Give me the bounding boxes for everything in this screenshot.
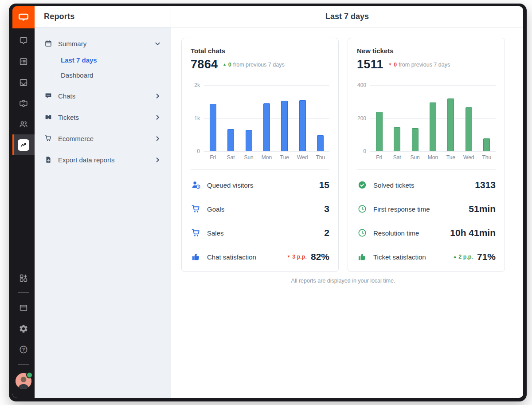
y-tick-label: 0 (363, 148, 366, 154)
ticket-icon (44, 113, 52, 121)
x-tick-label: Sat (222, 154, 239, 161)
y-axis: 2k1k0 (191, 85, 204, 151)
delta-text: from previous 7 days (233, 62, 285, 68)
y-tick-label: 400 (357, 82, 366, 88)
x-tick-label: Sat (388, 154, 406, 161)
menu-item-summary[interactable]: Summary (42, 35, 164, 51)
menu-item-chats[interactable]: Chats (42, 85, 164, 106)
bar-column (222, 85, 239, 151)
x-axis-labels: FriSatSunMonTueWedThu (370, 151, 496, 161)
delta-badge: ▲ 0 from previous 7 days (223, 62, 284, 68)
rail-divider (18, 364, 29, 365)
rail-divider (18, 292, 29, 293)
cart-icon (44, 134, 52, 142)
billing-card-icon (19, 303, 28, 313)
livechat-logo[interactable] (12, 6, 35, 28)
stat-row-resolution-time: Resolution time 10h 41min (357, 221, 496, 245)
bar-column (478, 85, 496, 151)
bar (430, 102, 436, 151)
stat-row-goals: Goals 3 (191, 197, 329, 221)
bar-column (370, 85, 388, 151)
bar (317, 135, 324, 151)
bar-column (204, 85, 222, 151)
reports-menu: Summary Last 7 days Dashboard Chats (35, 28, 171, 170)
status-dot (26, 372, 33, 378)
bar-column (460, 85, 477, 151)
rail-archives-button[interactable] (12, 72, 35, 93)
gridline (370, 151, 496, 152)
rail-chats-button[interactable] (12, 30, 35, 51)
stat-label: Solved tickets (373, 181, 415, 189)
menu-item-tickets[interactable]: Tickets (42, 106, 164, 128)
delta-text: from previous 7 days (399, 62, 450, 68)
stat-value: 71% (477, 252, 496, 262)
y-tick-label: 2k (194, 82, 200, 88)
triangle-down-icon: ▼ (388, 62, 392, 67)
stat-row-chat-satisfaction: Chat satisfaction ▼ 3 p.p. 82% (191, 245, 329, 269)
queued-visitors-icon (191, 180, 201, 190)
bar-column (406, 85, 424, 151)
stat-delta: ▼ 3 p.p. (287, 254, 307, 260)
bar-column (442, 85, 460, 151)
bar-column (240, 85, 258, 151)
bar-column (388, 85, 406, 151)
plot-area (370, 85, 496, 151)
thumb-up-icon (357, 252, 368, 262)
x-tick-label: Fri (204, 154, 222, 161)
bar-column (312, 85, 329, 151)
bar (394, 127, 400, 151)
stat-label: First response time (373, 205, 430, 213)
stat-value: 10h 41min (450, 228, 496, 238)
rail-billing-button[interactable] (12, 297, 35, 318)
menu-item-label: Summary (58, 40, 86, 47)
clock-icon (357, 204, 368, 214)
rail-team-button[interactable] (12, 114, 35, 134)
rail-engage-button[interactable] (12, 51, 35, 72)
bar (210, 104, 216, 151)
chevron-right-icon (154, 135, 161, 142)
engage-list-icon (19, 57, 28, 67)
reports-panel: Reports Summary Last 7 days Dashboard (35, 6, 171, 398)
chevron-down-icon (154, 40, 161, 47)
menu-item-export-data-reports[interactable]: Export data reports (42, 149, 164, 170)
bar (227, 129, 234, 151)
summary-submenu: Last 7 days Dashboard (42, 51, 164, 85)
clock-icon (357, 228, 368, 238)
page-title: Last 7 days (171, 6, 523, 28)
menu-item-label: Chats (58, 92, 75, 100)
chevron-right-icon (154, 93, 161, 99)
bar-column (424, 85, 442, 151)
card-title: Total chats (191, 47, 329, 55)
rail-apps-button[interactable] (12, 267, 35, 288)
reports-icon (18, 139, 29, 151)
bar (281, 101, 288, 151)
rail-settings-button[interactable] (12, 318, 35, 339)
help-icon: ? (19, 345, 28, 354)
rail-tickets-button[interactable] (12, 93, 35, 114)
bar (466, 107, 472, 151)
stat-value: 82% (311, 252, 329, 262)
calendar-icon (44, 39, 52, 47)
gridline (204, 151, 329, 152)
stat-label: Queued visitors (207, 181, 253, 189)
panel-title: Reports (35, 6, 171, 28)
submenu-item-last-7-days[interactable]: Last 7 days (61, 52, 164, 67)
y-tick-label: 0 (197, 148, 200, 154)
stat-value: 3 (324, 204, 329, 214)
new-tickets-value: 1511 (357, 58, 383, 71)
x-tick-label: Mon (258, 154, 275, 161)
chevron-right-icon (154, 114, 161, 121)
rail-help-button[interactable]: ? (12, 339, 35, 360)
x-axis-labels: FriSatSunMonTueWedThu (204, 151, 329, 161)
triangle-up-icon: ▲ (453, 254, 457, 259)
delta-value: 0 (228, 62, 231, 68)
user-avatar[interactable] (16, 373, 31, 389)
stat-value: 15 (319, 180, 329, 190)
submenu-item-dashboard[interactable]: Dashboard (61, 67, 164, 83)
thumb-up-icon (191, 252, 201, 262)
export-file-icon (44, 156, 52, 164)
menu-item-ecommerce[interactable]: Ecommerce (42, 128, 164, 149)
rail-reports-button[interactable] (12, 134, 35, 155)
triangle-down-icon: ▼ (287, 254, 290, 259)
stat-label: Sales (207, 229, 224, 237)
